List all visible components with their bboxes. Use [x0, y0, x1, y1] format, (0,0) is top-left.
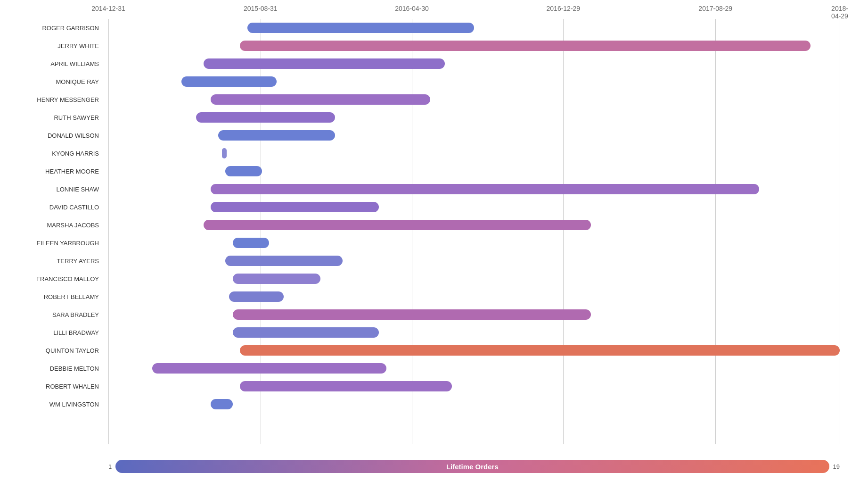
table-row: EILEEN YARBROUGH — [0, 234, 868, 252]
legend-bar-text: Lifetime Orders — [446, 463, 499, 471]
bar — [247, 23, 474, 33]
bar-area — [108, 73, 840, 91]
bar — [181, 76, 277, 87]
bar — [240, 345, 840, 356]
table-row: MARSHA JACOBS — [0, 216, 868, 234]
bar — [240, 381, 452, 391]
bar — [152, 363, 386, 374]
row-label: QUINTON TAYLOR — [5, 347, 106, 354]
table-row: DEBBIE MELTON — [0, 359, 868, 377]
bar — [240, 41, 811, 51]
legend-max-label: 19 — [833, 463, 840, 470]
bar-area — [108, 270, 840, 288]
bar — [222, 148, 227, 158]
table-row: SARA BRADLEY — [0, 306, 868, 324]
chart-container: 2014-12-31 2015-08-31 2016-04-30 2016-12… — [0, 0, 868, 482]
row-label: DEBBIE MELTON — [5, 365, 106, 372]
row-label: HENRY MESSENGER — [5, 96, 106, 103]
row-label: SARA BRADLEY — [5, 311, 106, 318]
bar-area — [108, 144, 840, 162]
bar-area — [108, 341, 840, 359]
row-label: ROBERT WHALEN — [5, 383, 106, 390]
table-row: RUTH SAWYER — [0, 108, 868, 126]
table-row: ROGER GARRISON — [0, 19, 868, 37]
row-label: LILLI BRADWAY — [5, 329, 106, 336]
table-row: HEATHER MOORE — [0, 162, 868, 180]
x-label-0: 2014-12-31 — [91, 5, 125, 12]
table-row: ROBERT WHALEN — [0, 377, 868, 395]
bar-area — [108, 180, 840, 198]
bar-area — [108, 377, 840, 395]
bar — [211, 94, 430, 105]
row-label: RUTH SAWYER — [5, 114, 106, 121]
bar-area — [108, 395, 840, 413]
bar-area — [108, 234, 840, 252]
bar — [211, 184, 759, 194]
table-row: TERRY AYERS — [0, 252, 868, 270]
bar-area — [108, 108, 840, 126]
bar — [218, 130, 335, 141]
bar-area — [108, 252, 840, 270]
bar — [233, 274, 320, 284]
bar-area — [108, 306, 840, 324]
row-label: MARSHA JACOBS — [5, 222, 106, 229]
bar — [225, 256, 342, 266]
table-row: JERRY WHITE — [0, 37, 868, 55]
bar — [204, 220, 591, 230]
row-label: ROBERT BELLAMY — [5, 293, 106, 300]
row-label: MONIQUE RAY — [5, 78, 106, 85]
x-label-1: 2015-08-31 — [244, 5, 278, 12]
row-label: DONALD WILSON — [5, 132, 106, 139]
bar-area — [108, 162, 840, 180]
bar — [233, 309, 591, 320]
table-row: KYONG HARRIS — [0, 144, 868, 162]
row-label: ROGER GARRISON — [5, 25, 106, 32]
legend-min-label: 1 — [108, 463, 112, 470]
bar-area — [108, 324, 840, 341]
table-row: HENRY MESSENGER — [0, 91, 868, 108]
bar-area — [108, 216, 840, 234]
table-row: WM LIVINGSTON — [0, 395, 868, 413]
row-label: HEATHER MOORE — [5, 168, 106, 175]
bar-area — [108, 359, 840, 377]
row-label: JERRY WHITE — [5, 42, 106, 50]
x-label-3: 2016-12-29 — [547, 5, 581, 12]
table-row: DAVID CASTILLO — [0, 198, 868, 216]
table-row: FRANCISCO MALLOY — [0, 270, 868, 288]
table-row: APRIL WILLIAMS — [0, 55, 868, 73]
row-label: APRIL WILLIAMS — [5, 60, 106, 67]
row-label: EILEEN YARBROUGH — [5, 240, 106, 247]
bar — [196, 112, 335, 123]
legend-bar: Lifetime Orders — [115, 460, 829, 473]
row-label: WM LIVINGSTON — [5, 401, 106, 408]
bar — [225, 166, 262, 176]
x-label-2: 2016-04-30 — [395, 5, 429, 12]
bar — [211, 202, 379, 212]
bar-area — [108, 55, 840, 73]
bar — [233, 238, 270, 248]
row-label: FRANCISCO MALLOY — [5, 275, 106, 283]
table-row: DONALD WILSON — [0, 126, 868, 144]
rows-container: ROGER GARRISONJERRY WHITEAPRIL WILLIAMSM… — [0, 19, 868, 444]
table-row: QUINTON TAYLOR — [0, 341, 868, 359]
row-label: LONNIE SHAW — [5, 186, 106, 193]
x-label-5: 2018-04-29 — [831, 5, 848, 20]
row-label: KYONG HARRIS — [5, 150, 106, 157]
bar-area — [108, 126, 840, 144]
bar — [229, 291, 284, 302]
bar-area — [108, 91, 840, 108]
bar — [233, 327, 379, 338]
bar-area — [108, 37, 840, 55]
x-label-4: 2017-08-29 — [698, 5, 732, 12]
x-axis: 2014-12-31 2015-08-31 2016-04-30 2016-12… — [108, 5, 840, 19]
table-row: MONIQUE RAY — [0, 73, 868, 91]
bar-area — [108, 198, 840, 216]
bar — [211, 399, 233, 409]
table-row: LONNIE SHAW — [0, 180, 868, 198]
table-row: ROBERT BELLAMY — [0, 288, 868, 306]
row-label: DAVID CASTILLO — [5, 204, 106, 211]
table-row: LILLI BRADWAY — [0, 324, 868, 341]
bar-area — [108, 288, 840, 306]
legend-container: 1 Lifetime Orders 19 — [108, 458, 840, 475]
bar — [204, 58, 445, 69]
